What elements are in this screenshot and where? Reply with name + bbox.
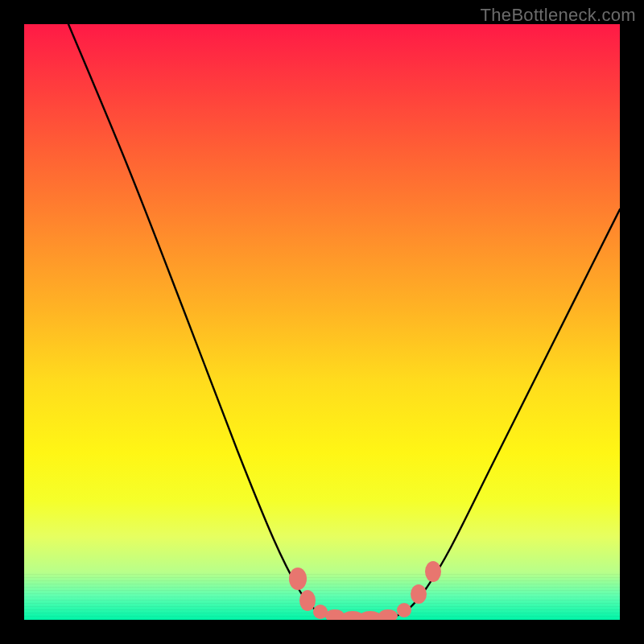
data-point-5 bbox=[359, 611, 382, 620]
data-points-layer bbox=[24, 24, 620, 620]
data-point-1 bbox=[299, 590, 316, 611]
chart-frame: TheBottleneck.com bbox=[0, 0, 644, 644]
data-point-9 bbox=[425, 561, 441, 582]
bottom-band-stripes bbox=[24, 572, 620, 620]
data-point-0 bbox=[289, 568, 307, 590]
watermark-text: TheBottleneck.com bbox=[481, 5, 636, 26]
data-point-7 bbox=[397, 603, 411, 617]
data-point-2 bbox=[313, 605, 328, 619]
data-point-8 bbox=[411, 584, 427, 604]
data-point-4 bbox=[341, 611, 364, 620]
bottleneck-curve bbox=[24, 24, 620, 620]
plot-area bbox=[24, 24, 620, 620]
data-point-6 bbox=[378, 609, 398, 620]
data-point-3 bbox=[325, 609, 345, 620]
